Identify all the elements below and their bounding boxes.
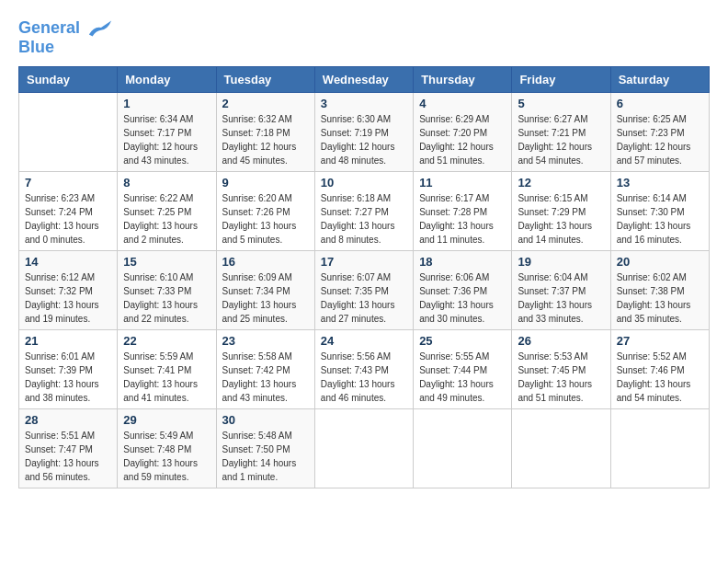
calendar-cell <box>610 408 709 488</box>
day-number: 23 <box>222 334 309 348</box>
day-info: Sunrise: 6:34 AM Sunset: 7:17 PM Dayligh… <box>123 112 210 167</box>
calendar-cell: 7Sunrise: 6:23 AM Sunset: 7:24 PM Daylig… <box>19 171 118 250</box>
day-number: 14 <box>25 255 111 269</box>
day-info: Sunrise: 5:49 AM Sunset: 7:48 PM Dayligh… <box>123 429 210 484</box>
calendar-cell: 8Sunrise: 6:22 AM Sunset: 7:25 PM Daylig… <box>118 171 216 250</box>
calendar-cell: 9Sunrise: 6:20 AM Sunset: 7:26 PM Daylig… <box>216 171 314 250</box>
calendar-cell: 27Sunrise: 5:52 AM Sunset: 7:46 PM Dayli… <box>610 329 709 408</box>
day-info: Sunrise: 5:51 AM Sunset: 7:47 PM Dayligh… <box>25 429 111 484</box>
day-number: 24 <box>321 334 407 348</box>
day-number: 8 <box>123 176 210 190</box>
calendar-cell: 2Sunrise: 6:32 AM Sunset: 7:18 PM Daylig… <box>216 92 314 171</box>
day-number: 22 <box>123 334 210 348</box>
day-number: 28 <box>25 413 111 427</box>
calendar-cell: 16Sunrise: 6:09 AM Sunset: 7:34 PM Dayli… <box>216 250 314 329</box>
logo: General Blue <box>18 18 113 57</box>
day-info: Sunrise: 6:30 AM Sunset: 7:19 PM Dayligh… <box>321 112 407 167</box>
day-info: Sunrise: 5:53 AM Sunset: 7:45 PM Dayligh… <box>518 350 604 405</box>
day-number: 4 <box>419 97 506 110</box>
calendar-header-row: SundayMondayTuesdayWednesdayThursdayFrid… <box>19 66 710 92</box>
day-info: Sunrise: 6:22 AM Sunset: 7:25 PM Dayligh… <box>123 191 210 247</box>
calendar-cell: 30Sunrise: 5:48 AM Sunset: 7:50 PM Dayli… <box>216 408 314 488</box>
day-number: 3 <box>321 97 407 110</box>
calendar-cell <box>512 408 610 488</box>
calendar-week-row: 28Sunrise: 5:51 AM Sunset: 7:47 PM Dayli… <box>19 408 710 488</box>
day-header-tuesday: Tuesday <box>216 66 314 92</box>
day-number: 16 <box>222 255 309 269</box>
calendar-cell: 22Sunrise: 5:59 AM Sunset: 7:41 PM Dayli… <box>118 329 216 408</box>
day-number: 29 <box>123 413 210 427</box>
day-number: 17 <box>321 255 407 269</box>
calendar-week-row: 1Sunrise: 6:34 AM Sunset: 7:17 PM Daylig… <box>19 92 710 171</box>
day-info: Sunrise: 6:09 AM Sunset: 7:34 PM Dayligh… <box>222 270 309 326</box>
day-info: Sunrise: 6:17 AM Sunset: 7:28 PM Dayligh… <box>419 191 506 247</box>
day-number: 10 <box>321 176 407 190</box>
day-number: 11 <box>419 176 506 190</box>
day-number: 9 <box>222 176 309 190</box>
calendar-cell: 19Sunrise: 6:04 AM Sunset: 7:37 PM Dayli… <box>512 250 610 329</box>
day-header-friday: Friday <box>512 66 610 92</box>
calendar-cell: 1Sunrise: 6:34 AM Sunset: 7:17 PM Daylig… <box>118 92 216 171</box>
day-number: 26 <box>518 334 604 348</box>
day-header-monday: Monday <box>118 66 216 92</box>
calendar-cell: 20Sunrise: 6:02 AM Sunset: 7:38 PM Dayli… <box>610 250 709 329</box>
calendar-cell: 10Sunrise: 6:18 AM Sunset: 7:27 PM Dayli… <box>314 171 413 250</box>
day-info: Sunrise: 5:59 AM Sunset: 7:41 PM Dayligh… <box>123 350 210 405</box>
day-info: Sunrise: 6:25 AM Sunset: 7:23 PM Dayligh… <box>617 112 703 167</box>
day-info: Sunrise: 6:07 AM Sunset: 7:35 PM Dayligh… <box>321 270 407 326</box>
calendar-cell: 23Sunrise: 5:58 AM Sunset: 7:42 PM Dayli… <box>216 329 314 408</box>
calendar-cell: 14Sunrise: 6:12 AM Sunset: 7:32 PM Dayli… <box>19 250 118 329</box>
day-info: Sunrise: 5:48 AM Sunset: 7:50 PM Dayligh… <box>222 429 309 484</box>
calendar-cell: 26Sunrise: 5:53 AM Sunset: 7:45 PM Dayli… <box>512 329 610 408</box>
day-info: Sunrise: 6:18 AM Sunset: 7:27 PM Dayligh… <box>321 191 407 247</box>
day-info: Sunrise: 6:27 AM Sunset: 7:21 PM Dayligh… <box>518 112 604 167</box>
day-info: Sunrise: 5:58 AM Sunset: 7:42 PM Dayligh… <box>222 350 309 405</box>
calendar-week-row: 14Sunrise: 6:12 AM Sunset: 7:32 PM Dayli… <box>19 250 710 329</box>
calendar-table: SundayMondayTuesdayWednesdayThursdayFrid… <box>18 66 710 488</box>
calendar-cell: 21Sunrise: 6:01 AM Sunset: 7:39 PM Dayli… <box>19 329 118 408</box>
day-number: 21 <box>25 334 111 348</box>
day-info: Sunrise: 6:20 AM Sunset: 7:26 PM Dayligh… <box>222 191 309 247</box>
day-number: 30 <box>222 413 309 427</box>
day-info: Sunrise: 5:52 AM Sunset: 7:46 PM Dayligh… <box>617 350 703 405</box>
day-info: Sunrise: 5:56 AM Sunset: 7:43 PM Dayligh… <box>321 350 407 405</box>
day-header-sunday: Sunday <box>19 66 118 92</box>
day-number: 1 <box>123 97 210 110</box>
calendar-cell: 12Sunrise: 6:15 AM Sunset: 7:29 PM Dayli… <box>512 171 610 250</box>
day-info: Sunrise: 6:02 AM Sunset: 7:38 PM Dayligh… <box>617 270 703 326</box>
calendar-cell: 13Sunrise: 6:14 AM Sunset: 7:30 PM Dayli… <box>610 171 709 250</box>
day-info: Sunrise: 6:23 AM Sunset: 7:24 PM Dayligh… <box>25 191 111 247</box>
day-info: Sunrise: 6:04 AM Sunset: 7:37 PM Dayligh… <box>518 270 604 326</box>
day-info: Sunrise: 6:14 AM Sunset: 7:30 PM Dayligh… <box>617 191 703 247</box>
day-number: 13 <box>617 176 703 190</box>
day-header-thursday: Thursday <box>414 66 512 92</box>
calendar-cell <box>414 408 512 488</box>
day-number: 6 <box>617 97 703 110</box>
day-number: 7 <box>25 176 111 190</box>
calendar-cell <box>19 92 118 171</box>
day-info: Sunrise: 6:01 AM Sunset: 7:39 PM Dayligh… <box>25 350 111 405</box>
day-number: 18 <box>419 255 506 269</box>
calendar-cell: 5Sunrise: 6:27 AM Sunset: 7:21 PM Daylig… <box>512 92 610 171</box>
logo-text-blue: Blue <box>18 39 113 57</box>
day-number: 19 <box>518 255 604 269</box>
day-info: Sunrise: 5:55 AM Sunset: 7:44 PM Dayligh… <box>419 350 506 405</box>
calendar-week-row: 7Sunrise: 6:23 AM Sunset: 7:24 PM Daylig… <box>19 171 710 250</box>
calendar-cell: 18Sunrise: 6:06 AM Sunset: 7:36 PM Dayli… <box>414 250 512 329</box>
calendar-body: 1Sunrise: 6:34 AM Sunset: 7:17 PM Daylig… <box>19 92 710 488</box>
day-info: Sunrise: 6:06 AM Sunset: 7:36 PM Dayligh… <box>419 270 506 326</box>
calendar-cell: 24Sunrise: 5:56 AM Sunset: 7:43 PM Dayli… <box>314 329 413 408</box>
calendar-cell: 6Sunrise: 6:25 AM Sunset: 7:23 PM Daylig… <box>610 92 709 171</box>
day-number: 25 <box>419 334 506 348</box>
calendar-cell: 3Sunrise: 6:30 AM Sunset: 7:19 PM Daylig… <box>314 92 413 171</box>
day-number: 12 <box>518 176 604 190</box>
calendar-cell: 25Sunrise: 5:55 AM Sunset: 7:44 PM Dayli… <box>414 329 512 408</box>
day-info: Sunrise: 6:32 AM Sunset: 7:18 PM Dayligh… <box>222 112 309 167</box>
calendar-cell: 29Sunrise: 5:49 AM Sunset: 7:48 PM Dayli… <box>118 408 216 488</box>
calendar-cell: 15Sunrise: 6:10 AM Sunset: 7:33 PM Dayli… <box>118 250 216 329</box>
calendar-cell: 28Sunrise: 5:51 AM Sunset: 7:47 PM Dayli… <box>19 408 118 488</box>
day-info: Sunrise: 6:10 AM Sunset: 7:33 PM Dayligh… <box>123 270 210 326</box>
day-header-wednesday: Wednesday <box>314 66 413 92</box>
day-number: 15 <box>123 255 210 269</box>
day-info: Sunrise: 6:15 AM Sunset: 7:29 PM Dayligh… <box>518 191 604 247</box>
